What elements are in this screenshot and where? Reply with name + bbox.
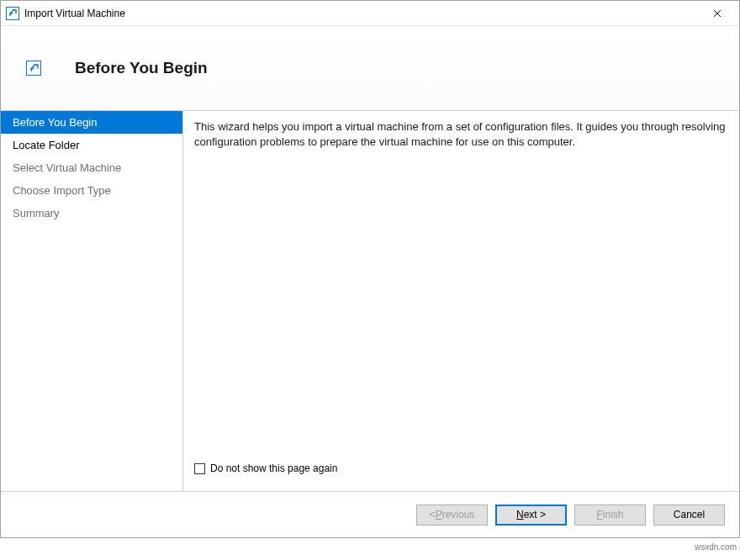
finish-button: Finish xyxy=(574,505,646,526)
wizard-window: Import Virtual Machine Before You Begin … xyxy=(0,0,740,538)
step-label: Choose Import Type xyxy=(13,184,111,197)
content-pane: This wizard helps you import a virtual m… xyxy=(183,111,739,491)
step-before-you-begin[interactable]: Before You Begin xyxy=(1,111,182,134)
button-bar: < Previous Next > Finish Cancel xyxy=(1,491,739,537)
watermark: wsxdn.com xyxy=(3,542,737,552)
header-region: Before You Begin xyxy=(1,26,739,110)
step-label: Select Virtual Machine xyxy=(13,161,121,174)
import-vm-icon xyxy=(6,7,19,20)
cancel-button[interactable]: Cancel xyxy=(653,505,725,526)
next-button[interactable]: Next > xyxy=(495,505,567,526)
wizard-description: This wizard helps you import a virtual m… xyxy=(194,119,728,462)
btn-suffix: revious xyxy=(442,509,475,520)
do-not-show-checkbox[interactable] xyxy=(194,463,205,474)
step-locate-folder[interactable]: Locate Folder xyxy=(1,134,182,156)
btn-hotkey: F xyxy=(596,509,602,520)
btn-suffix: inish xyxy=(603,509,624,520)
btn-label: Cancel xyxy=(674,509,705,520)
btn-suffix: ext > xyxy=(524,509,546,520)
btn-hotkey: N xyxy=(516,509,524,520)
step-summary: Summary xyxy=(1,202,182,225)
titlebar: Import Virtual Machine xyxy=(1,1,739,26)
btn-hotkey: P xyxy=(436,509,442,520)
wizard-steps-sidebar: Before You Begin Locate Folder Select Vi… xyxy=(1,111,182,491)
step-choose-import-type: Choose Import Type xyxy=(1,179,182,202)
import-vm-header-icon xyxy=(26,61,41,76)
step-label: Before You Begin xyxy=(13,116,97,129)
do-not-show-row[interactable]: Do not show this page again xyxy=(194,462,728,474)
close-button[interactable] xyxy=(700,2,734,25)
step-label: Locate Folder xyxy=(13,139,80,151)
previous-button: < Previous xyxy=(416,505,488,526)
step-select-virtual-machine: Select Virtual Machine xyxy=(1,156,182,179)
do-not-show-label: Do not show this page again xyxy=(210,462,337,474)
btn-prefix: < xyxy=(430,509,436,520)
page-heading: Before You Begin xyxy=(75,59,208,77)
step-label: Summary xyxy=(13,207,60,219)
window-title: Import Virtual Machine xyxy=(24,8,700,19)
body-region: Before You Begin Locate Folder Select Vi… xyxy=(1,111,739,491)
